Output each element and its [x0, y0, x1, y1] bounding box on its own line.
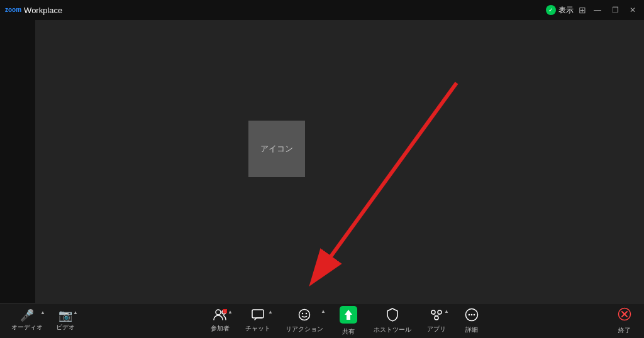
- audio-icon: 🎤: [20, 310, 34, 321]
- share-button[interactable]: 共有: [332, 303, 365, 339]
- svg-point-9: [306, 312, 307, 313]
- grid-icon[interactable]: ⊞: [579, 5, 586, 15]
- more-button[interactable]: 詳細: [455, 305, 488, 337]
- toolbar-right: 終了: [610, 305, 639, 337]
- maximize-button[interactable]: ❐: [609, 4, 621, 16]
- video-button[interactable]: ▲ 📷 ビデオ: [49, 307, 82, 334]
- toolbar-center: ▲ ! 参加者 ▲ チャット: [82, 303, 610, 339]
- audio-button[interactable]: ▲ 🎤 オーディオ: [5, 307, 49, 334]
- apps-caret[interactable]: ▲: [444, 308, 449, 314]
- participants-caret[interactable]: ▲: [228, 309, 233, 315]
- participants-label: 参加者: [211, 324, 230, 333]
- minimize-button[interactable]: —: [591, 4, 604, 16]
- reactions-icon: [298, 308, 311, 323]
- security-label: 表示: [558, 5, 574, 16]
- chat-button[interactable]: ▲ チャット: [239, 307, 277, 335]
- more-icon: [465, 308, 479, 324]
- title-bar: zoom Workplace ✓ 表示 ⊞ — ❐ ✕: [0, 0, 644, 20]
- svg-text:!: !: [225, 310, 225, 313]
- host-tools-button[interactable]: ホストツール: [367, 305, 418, 337]
- apps-icon: [430, 308, 443, 323]
- svg-point-2: [216, 310, 221, 315]
- zoom-logo: zoom: [5, 7, 21, 13]
- svg-point-19: [471, 313, 473, 315]
- security-icon: ✓: [546, 5, 556, 15]
- svg-line-16: [436, 314, 440, 316]
- svg-rect-6: [252, 310, 264, 318]
- svg-point-14: [435, 316, 438, 320]
- title-left: zoom Workplace: [5, 6, 62, 15]
- security-badge[interactable]: ✓ 表示: [546, 5, 574, 16]
- svg-point-7: [299, 309, 310, 320]
- host-tools-icon: [386, 308, 399, 324]
- apps-label: アプリ: [427, 325, 446, 334]
- left-sidebar: [0, 20, 35, 303]
- end-button[interactable]: 終了: [610, 305, 639, 337]
- reactions-button[interactable]: ▲ リアクション: [279, 306, 330, 336]
- svg-line-15: [433, 314, 436, 316]
- chat-icon: [252, 309, 264, 322]
- svg-point-18: [469, 313, 470, 315]
- video-caret[interactable]: ▲: [73, 310, 78, 315]
- chat-label: チャット: [245, 324, 270, 333]
- svg-point-12: [431, 310, 435, 314]
- reactions-label: リアクション: [286, 325, 323, 334]
- apps-button[interactable]: ▲ アプリ: [420, 306, 453, 336]
- svg-point-20: [474, 313, 475, 315]
- video-icon: 📷: [58, 310, 72, 321]
- title-right: ✓ 表示 ⊞ — ❐ ✕: [546, 4, 639, 16]
- toolbar: ▲ 🎤 オーディオ ▲ 📷 ビデオ ▲ !: [0, 303, 644, 338]
- host-tools-label: ホストツール: [374, 325, 411, 334]
- svg-point-13: [438, 310, 441, 314]
- end-icon: [618, 307, 631, 324]
- share-label: 共有: [342, 327, 355, 336]
- svg-point-8: [302, 312, 303, 313]
- toolbar-left: ▲ 🎤 オーディオ ▲ 📷 ビデオ: [5, 307, 82, 334]
- app-title: Workplace: [24, 6, 62, 15]
- icon-placeholder: アイコン: [248, 121, 305, 177]
- audio-label: オーディオ: [11, 323, 43, 332]
- participants-icon: !: [213, 309, 227, 322]
- participants-button[interactable]: ▲ ! 参加者: [204, 307, 236, 335]
- end-label: 終了: [618, 326, 631, 335]
- main-content: アイコン: [35, 20, 644, 303]
- video-label: ビデオ: [56, 323, 75, 332]
- share-icon: [340, 306, 357, 325]
- more-label: 詳細: [465, 325, 478, 334]
- audio-caret[interactable]: ▲: [40, 310, 45, 315]
- chat-caret[interactable]: ▲: [268, 309, 273, 315]
- reactions-caret[interactable]: ▲: [321, 308, 326, 314]
- close-button[interactable]: ✕: [626, 4, 639, 16]
